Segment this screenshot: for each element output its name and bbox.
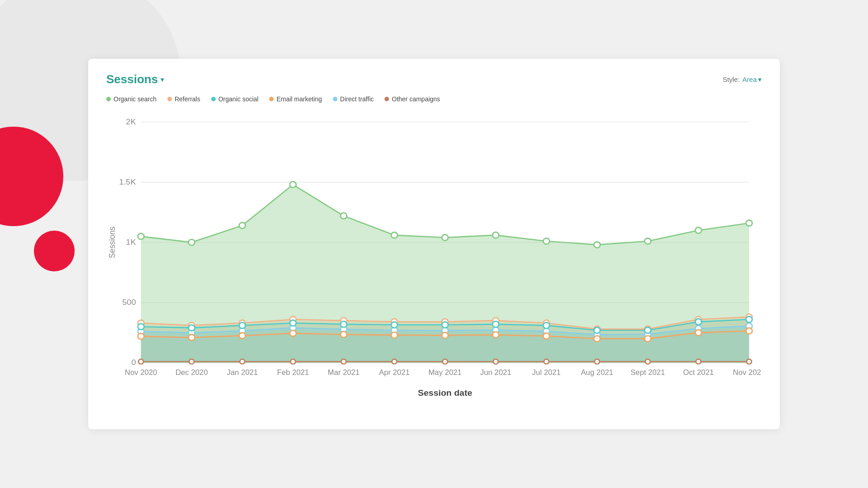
svg-point-76 xyxy=(189,359,194,364)
svg-text:2K: 2K xyxy=(126,117,136,126)
svg-text:1.5K: 1.5K xyxy=(119,177,136,186)
svg-point-15 xyxy=(391,232,398,238)
legend-label: Other campaigns xyxy=(392,95,440,103)
svg-point-87 xyxy=(747,359,752,364)
legend-dot xyxy=(167,97,172,101)
svg-point-22 xyxy=(746,220,752,226)
svg-text:Sessions: Sessions xyxy=(108,227,117,258)
sessions-title-text: Sessions xyxy=(106,72,158,86)
svg-point-74 xyxy=(746,328,752,334)
svg-point-69 xyxy=(493,332,499,338)
svg-point-66 xyxy=(341,332,347,337)
svg-point-72 xyxy=(645,336,651,341)
svg-point-70 xyxy=(543,333,550,339)
legend-label: Referrals xyxy=(175,95,200,103)
sessions-title[interactable]: Sessions ▾ xyxy=(106,72,164,86)
chart-container: 05001K1.5K2KNov 2020Dec 2020Jan 2021Feb … xyxy=(106,110,762,399)
svg-text:Aug 2021: Aug 2021 xyxy=(581,368,613,376)
style-dropdown-icon: ▾ xyxy=(758,76,762,84)
legend-label: Organic search xyxy=(114,95,157,103)
svg-point-86 xyxy=(696,359,701,364)
sessions-chart: 05001K1.5K2KNov 2020Dec 2020Jan 2021Feb … xyxy=(106,110,762,399)
legend-item-other-campaigns[interactable]: Other campaigns xyxy=(384,95,440,103)
legend-label: Organic social xyxy=(218,95,259,103)
card-header: Sessions ▾ Style: Area ▾ xyxy=(106,72,762,86)
svg-text:Dec 2020: Dec 2020 xyxy=(175,368,208,376)
svg-text:Oct 2021: Oct 2021 xyxy=(683,368,714,376)
svg-point-79 xyxy=(341,359,346,364)
svg-text:May 2021: May 2021 xyxy=(428,368,461,376)
svg-point-62 xyxy=(138,333,144,339)
svg-text:Jun 2021: Jun 2021 xyxy=(480,368,512,376)
svg-point-68 xyxy=(442,332,448,338)
svg-point-65 xyxy=(290,330,296,336)
legend-item-organic-social[interactable]: Organic social xyxy=(211,95,259,103)
svg-point-56 xyxy=(493,321,499,327)
legend-item-email-marketing[interactable]: Email marketing xyxy=(269,95,322,103)
legend-dot xyxy=(269,97,274,101)
bg-small-circle xyxy=(34,231,75,271)
legend-label: Email marketing xyxy=(276,95,322,103)
svg-point-63 xyxy=(189,335,195,341)
svg-point-58 xyxy=(594,327,600,333)
svg-point-51 xyxy=(239,322,246,328)
svg-point-49 xyxy=(138,324,144,330)
main-card: Sessions ▾ Style: Area ▾ Organic searchR… xyxy=(88,59,780,429)
svg-text:Nov 2021: Nov 2021 xyxy=(733,368,762,376)
svg-point-50 xyxy=(189,325,195,331)
style-selector: Style: Area ▾ xyxy=(723,76,762,84)
legend-dot xyxy=(333,97,337,101)
svg-point-81 xyxy=(442,359,447,364)
style-label-text: Style: xyxy=(723,76,740,83)
legend-label: Direct traffic xyxy=(340,95,374,103)
svg-point-52 xyxy=(290,320,296,326)
svg-point-59 xyxy=(645,327,651,333)
svg-point-19 xyxy=(594,242,600,248)
svg-text:Nov 2020: Nov 2020 xyxy=(125,368,157,376)
legend-dot xyxy=(106,97,111,101)
svg-text:Sept 2021: Sept 2021 xyxy=(631,368,665,376)
legend-item-direct-traffic[interactable]: Direct traffic xyxy=(333,95,374,103)
svg-point-61 xyxy=(746,317,752,322)
sessions-dropdown-icon[interactable]: ▾ xyxy=(161,76,164,83)
svg-text:500: 500 xyxy=(122,298,136,307)
svg-point-54 xyxy=(391,322,398,328)
svg-text:Apr 2021: Apr 2021 xyxy=(379,368,410,376)
svg-point-11 xyxy=(189,239,195,245)
svg-point-18 xyxy=(543,238,550,244)
svg-point-60 xyxy=(695,319,702,325)
svg-point-57 xyxy=(543,322,550,328)
svg-point-77 xyxy=(240,359,245,364)
svg-text:Jan 2021: Jan 2021 xyxy=(227,368,258,376)
svg-point-21 xyxy=(695,227,702,233)
svg-point-14 xyxy=(341,213,347,219)
legend-item-organic-search[interactable]: Organic search xyxy=(106,95,157,103)
svg-point-73 xyxy=(695,330,702,336)
chart-legend: Organic searchReferralsOrganic socialEma… xyxy=(106,95,762,103)
style-dropdown[interactable]: Area ▾ xyxy=(742,76,762,84)
svg-text:Jul 2021: Jul 2021 xyxy=(532,368,560,376)
svg-point-12 xyxy=(239,223,246,228)
svg-point-55 xyxy=(442,322,448,328)
svg-text:Feb 2021: Feb 2021 xyxy=(277,368,309,376)
svg-point-20 xyxy=(645,238,651,244)
svg-point-84 xyxy=(594,359,599,364)
svg-text:Session date: Session date xyxy=(418,389,472,398)
svg-text:Mar 2021: Mar 2021 xyxy=(327,368,360,376)
svg-point-16 xyxy=(442,235,448,241)
svg-point-53 xyxy=(341,321,347,327)
legend-item-referrals[interactable]: Referrals xyxy=(167,95,200,103)
svg-point-82 xyxy=(493,359,498,364)
legend-dot xyxy=(211,97,216,101)
svg-text:1K: 1K xyxy=(126,238,136,247)
svg-point-85 xyxy=(645,359,650,364)
svg-point-83 xyxy=(544,359,549,364)
svg-point-10 xyxy=(138,233,144,239)
svg-point-71 xyxy=(594,336,600,341)
svg-point-75 xyxy=(138,359,143,364)
style-value-text: Area xyxy=(742,76,757,83)
svg-point-13 xyxy=(290,181,296,187)
svg-point-80 xyxy=(392,359,397,364)
legend-dot xyxy=(384,97,389,101)
svg-point-78 xyxy=(290,359,295,364)
